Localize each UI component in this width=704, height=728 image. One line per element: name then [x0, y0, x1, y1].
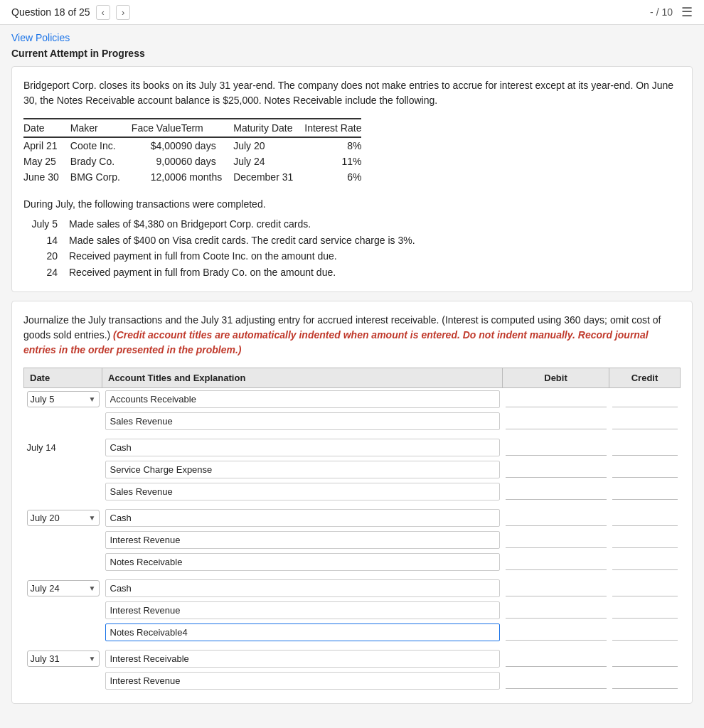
journal-credit-cell	[609, 648, 681, 670]
account-title-input[interactable]	[105, 412, 500, 430]
journal-row: July 14	[24, 437, 681, 459]
debit-amount-input[interactable]	[506, 461, 607, 478]
journal-debit-cell	[503, 599, 609, 621]
account-title-input[interactable]	[105, 579, 500, 597]
account-title-input[interactable]	[105, 483, 500, 500]
list-icon[interactable]: ☰	[681, 4, 693, 20]
date-dropdown[interactable]: July 20▼	[27, 510, 100, 526]
transactions-list: During July, the following transactions …	[23, 196, 681, 280]
journal-date-cell: July 31▼	[24, 648, 102, 670]
debit-amount-input[interactable]	[506, 531, 607, 548]
question-nav: Question 18 of 25 ‹ ›	[11, 5, 130, 20]
journal-date-cell	[24, 551, 102, 573]
account-title-input[interactable]	[105, 531, 500, 549]
account-title-input[interactable]	[105, 390, 500, 408]
account-title-input[interactable]	[105, 601, 500, 619]
question-label: Question 18 of 25	[11, 6, 90, 18]
view-policies-link[interactable]: View Policies	[11, 32, 693, 43]
credit-amount-input[interactable]	[612, 601, 678, 619]
debit-amount-input[interactable]	[506, 650, 607, 667]
journal-row	[24, 621, 681, 643]
credit-amount-input[interactable]	[612, 531, 678, 548]
credit-amount-input[interactable]	[612, 623, 678, 641]
journal-date-cell: July 14	[24, 437, 102, 459]
next-button[interactable]: ›	[116, 5, 130, 20]
trans-desc: Made sales of $4,380 on Bridgeport Corp.…	[69, 216, 681, 232]
date-dropdown-label: July 5	[31, 394, 89, 405]
journal-debit-cell	[503, 410, 609, 432]
journal-debit-cell	[503, 577, 609, 599]
prev-button[interactable]: ‹	[96, 5, 110, 20]
debit-amount-input[interactable]	[506, 390, 607, 407]
debit-amount-input[interactable]	[506, 412, 607, 429]
date-dropdown-label: July 31	[31, 653, 89, 664]
journal-col-account: Account Titles and Explanation	[102, 368, 503, 387]
transaction-row: July 5Made sales of $4,380 on Bridgeport…	[23, 216, 681, 232]
account-title-input[interactable]	[105, 623, 500, 641]
account-title-input[interactable]	[105, 461, 500, 478]
notes-cell: 90 days	[181, 137, 234, 154]
journal-account-cell	[102, 648, 503, 670]
account-title-input[interactable]	[105, 439, 500, 456]
credit-amount-input[interactable]	[612, 650, 678, 667]
journal-date-cell	[24, 599, 102, 621]
journal-account-cell	[102, 599, 503, 621]
transaction-row: 20Received payment in full from Coote In…	[23, 248, 681, 264]
journal-debit-cell	[503, 459, 609, 481]
credit-amount-input[interactable]	[612, 483, 678, 500]
date-dropdown[interactable]: July 24▼	[27, 580, 100, 596]
journal-row	[24, 551, 681, 573]
journal-credit-cell	[609, 459, 681, 481]
account-title-input[interactable]	[105, 553, 500, 571]
credit-amount-input[interactable]	[612, 553, 678, 570]
trans-desc: Received payment in full from Coote Inc.…	[69, 248, 681, 264]
notes-cell: 11%	[304, 154, 361, 169]
journal-row: July 20▼	[24, 507, 681, 529]
journal-account-cell	[102, 529, 503, 551]
credit-amount-input[interactable]	[612, 461, 678, 478]
date-dropdown[interactable]: July 5▼	[27, 391, 100, 407]
credit-amount-input[interactable]	[612, 412, 678, 429]
date-dropdown[interactable]: July 31▼	[27, 651, 100, 667]
journal-credit-cell	[609, 621, 681, 643]
credit-amount-input[interactable]	[612, 672, 678, 689]
credit-amount-input[interactable]	[612, 390, 678, 407]
journal-row: July 5▼	[24, 387, 681, 410]
journal-credit-cell	[609, 507, 681, 529]
journal-row: July 31▼	[24, 648, 681, 670]
col-term: Term	[181, 119, 234, 137]
journal-account-cell	[102, 459, 503, 481]
account-title-input[interactable]	[105, 650, 500, 668]
account-title-input[interactable]	[105, 509, 500, 527]
debit-amount-input[interactable]	[506, 601, 607, 619]
col-maturity: Maturity Date	[233, 119, 304, 137]
transaction-row: 24Received payment in full from Brady Co…	[23, 264, 681, 280]
notes-cell: 9,000	[132, 154, 181, 169]
journal-date-cell	[24, 529, 102, 551]
debit-amount-input[interactable]	[506, 439, 607, 456]
account-title-input[interactable]	[105, 672, 500, 690]
journal-date-cell	[24, 459, 102, 481]
debit-amount-input[interactable]	[506, 483, 607, 500]
journal-credit-cell	[609, 599, 681, 621]
notes-cell: 8%	[304, 137, 361, 154]
problem-text: Bridgeport Corp. closes its books on its…	[23, 78, 681, 108]
notes-cell: Coote Inc.	[70, 137, 132, 154]
notes-table: Date Maker Face Value Term Maturity Date…	[23, 118, 361, 185]
debit-amount-input[interactable]	[506, 579, 607, 596]
debit-amount-input[interactable]	[506, 509, 607, 526]
journal-debit-cell	[503, 529, 609, 551]
journal-account-cell	[102, 670, 503, 692]
credit-amount-input[interactable]	[612, 509, 678, 526]
credit-amount-input[interactable]	[612, 579, 678, 596]
debit-amount-input[interactable]	[506, 623, 607, 641]
journal-debit-cell	[503, 648, 609, 670]
journal-row	[24, 599, 681, 621]
notes-cell: December 31	[233, 169, 304, 185]
credit-amount-input[interactable]	[612, 439, 678, 456]
journal-date-label: July 14	[27, 442, 56, 453]
debit-amount-input[interactable]	[506, 553, 607, 570]
debit-amount-input[interactable]	[506, 672, 607, 689]
notes-cell: $4,000	[132, 137, 181, 154]
notes-cell: April 21	[23, 137, 70, 154]
